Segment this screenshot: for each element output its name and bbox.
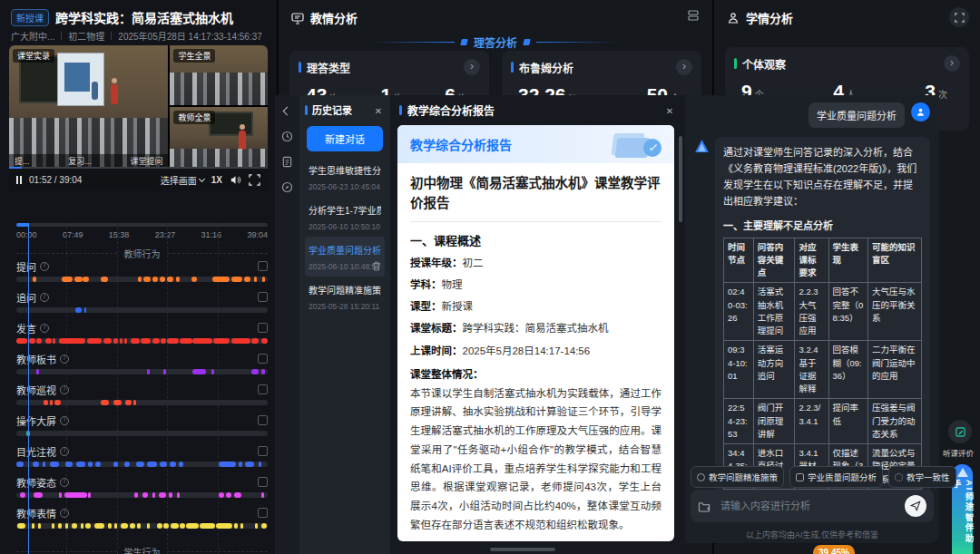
report-h-scrollbar[interactable] (490, 548, 555, 551)
info-icon[interactable] (40, 324, 49, 333)
assistant-logo-icon (957, 468, 968, 477)
teacher-figure (111, 84, 118, 104)
tab-liDa-analysis[interactable]: 理答分析 (474, 34, 517, 50)
history-item-title: 学业质量问题分析 (309, 243, 381, 257)
history-item-date: 2025-05-28 15:20:11 (309, 302, 381, 311)
history-item[interactable]: 学业质量问题分析 2025-06-10 10:48:57 (305, 237, 385, 277)
volume-icon[interactable] (230, 174, 241, 186)
fullscreen-button[interactable] (949, 7, 969, 27)
quick-action-chip[interactable]: 教学问题精准施策 (691, 466, 784, 488)
ai-assistant-overlay: 历史记录 新建对话 学生思维敏捷性分析 2025-06-23 10:45:04 … (275, 95, 939, 554)
track-checkbox[interactable] (258, 446, 268, 456)
history-item[interactable]: 教学问题精准施策 2025-05-28 15:20:11 (305, 277, 385, 316)
info-icon[interactable] (40, 293, 49, 302)
guide-button[interactable] (280, 180, 294, 194)
trash-icon[interactable] (372, 261, 381, 271)
blackboard-shape (209, 112, 252, 135)
track-checkbox[interactable] (258, 292, 268, 302)
close-report-button[interactable] (663, 104, 676, 116)
report-scrollbar[interactable] (679, 136, 682, 222)
ai-disclaimer: 以上内容均由AI生成,仅供参考和借鉴 (685, 529, 939, 540)
card-title: 理答类型 (307, 60, 458, 75)
playhead[interactable] (28, 223, 29, 554)
video-main[interactable]: 课堂实录 提...复习...课堂提问 (9, 45, 168, 167)
video-player[interactable]: 课堂实录 提...复习...课堂提问 学生全景 (9, 45, 268, 190)
send-button[interactable] (905, 495, 926, 517)
track-checkbox[interactable] (258, 415, 268, 425)
track-bar (16, 307, 268, 313)
track-checkbox[interactable] (258, 508, 268, 518)
chat-input-box (691, 490, 934, 522)
chat-panel: 学业质量问题分析 通过对课堂师生问答记录的深入分析，结合《义务教育物理课程标准(… (685, 95, 939, 543)
table-cell: 回答不完整（08:35） (828, 283, 868, 341)
lesson-meta: 广大附中... 初二物理 2025年05月28日 14:17:33-14:56:… (11, 29, 262, 43)
video-teacher-view[interactable]: 教师全景 (170, 107, 268, 167)
behavior-track: 目光注视 (16, 444, 268, 475)
timeline-tick: 15:38 (109, 230, 130, 239)
students-crowd (170, 73, 268, 105)
info-icon[interactable] (60, 355, 69, 364)
track-label: 发言 (16, 321, 36, 335)
track-checkbox[interactable] (258, 477, 268, 487)
history-item-title: 学生思维敏捷性分析 (309, 163, 381, 177)
table-header-cell: 对应课标要求 (795, 238, 828, 283)
folder-check-illustration (602, 130, 665, 160)
video-main-label: 课堂实录 (13, 49, 54, 63)
chat-input[interactable] (719, 500, 897, 512)
track-checkbox[interactable] (258, 261, 268, 271)
info-icon[interactable] (60, 447, 69, 456)
report-meta-line: 学科：物理 (410, 277, 662, 293)
card-more-button[interactable] (944, 55, 960, 72)
fullscreen-icon[interactable] (249, 174, 260, 186)
assistant-label: AI师途智伴助手 (950, 480, 975, 554)
table-cell: 阀门开闭原理讲解 (753, 399, 795, 444)
video-tag: 复习... (68, 155, 92, 167)
history-item[interactable]: 学生思维敏捷性分析 2025-06-23 10:45:04 (305, 157, 385, 197)
timeline-scrubber[interactable] (16, 223, 268, 227)
track-label: 教师表情 (16, 506, 56, 520)
video-student-label: 学生全景 (173, 49, 215, 63)
quick-action-chip[interactable]: 学业质量问题分析 (789, 466, 883, 488)
info-icon[interactable] (60, 509, 69, 518)
learning-panel-title: 学情分析 (746, 9, 793, 26)
track-checkbox[interactable] (258, 354, 268, 364)
track-bar (16, 369, 268, 374)
video-student-view[interactable]: 学生全景 (170, 45, 268, 105)
info-icon[interactable] (40, 262, 49, 271)
info-icon[interactable] (60, 385, 69, 394)
info-icon[interactable] (60, 416, 69, 425)
report-button[interactable] (280, 155, 294, 169)
video-tag-strip: 提...复习...课堂提问 (9, 154, 168, 167)
table-cell: 3.2.4 基于证据解释 (795, 341, 828, 399)
lesson-type-badge: 新授课 (11, 9, 49, 26)
track-checkbox[interactable] (258, 323, 268, 333)
behavior-track: 追问 (16, 290, 268, 321)
collapse-button[interactable] (280, 104, 294, 118)
pause-icon[interactable] (16, 176, 22, 184)
info-icon[interactable] (60, 478, 69, 487)
report-overview-label: 课堂整体情况： (410, 366, 662, 381)
track-bar (16, 431, 268, 436)
behavior-track: 教师板书 (16, 352, 268, 383)
quick-action-chip[interactable]: 教学一致性 (888, 466, 956, 488)
lesson-review-button[interactable]: 听课评价 (946, 420, 975, 458)
history-button[interactable] (280, 130, 294, 143)
history-item[interactable]: 分析学生1-7学业质量 2025-06-10 10:50:10 (305, 197, 385, 237)
user-message-row: 学业质量问题分析 (694, 102, 930, 128)
new-chat-button[interactable]: 新建对话 (307, 126, 383, 151)
close-history-button[interactable] (372, 104, 385, 116)
track-checkbox[interactable] (258, 384, 268, 394)
prompt-folder-icon[interactable] (698, 501, 711, 512)
history-icon (281, 131, 293, 142)
select-view-button[interactable]: 选择画面 (161, 173, 204, 187)
layout-rows-icon[interactable] (687, 9, 700, 22)
school-name: 广大附中... (11, 29, 54, 43)
card-more-button[interactable] (464, 59, 480, 75)
track-bar (16, 523, 268, 529)
speed-button[interactable]: 1X (211, 175, 222, 185)
lesson-panel: 新授课 跨学科实践：简易活塞式抽水机 广大附中... 初二物理 2025年05月… (0, 0, 277, 554)
teacher-figure (239, 131, 246, 151)
report-document[interactable]: 教学综合分析报告 初中物理《简易活塞式抽水机》课堂教学评价报告 一、课程概述 授… (397, 125, 674, 541)
table-cell: 压强差与阀门受力的动态关系 (868, 399, 922, 444)
card-more-button[interactable] (676, 59, 692, 75)
